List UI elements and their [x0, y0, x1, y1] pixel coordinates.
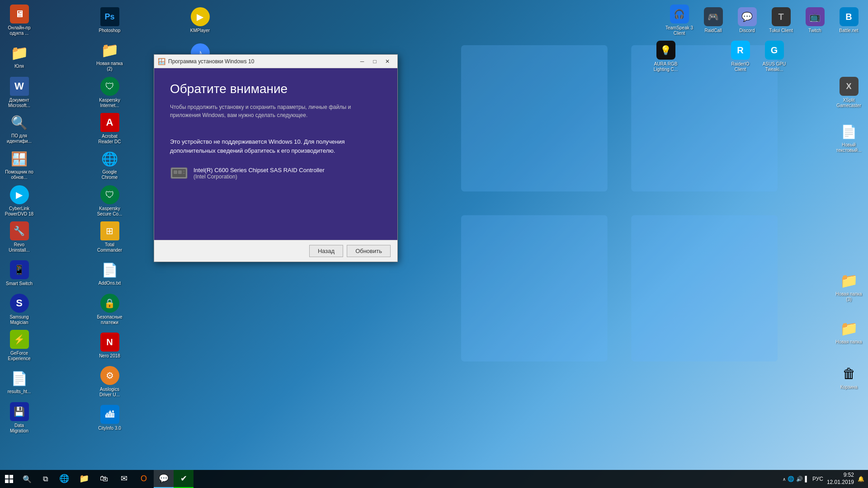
device-name: Intel(R) C600 Series Chipset SAS RAID Co… [193, 167, 325, 174]
tray-chevron[interactable]: ∧ [783, 477, 786, 482]
taskbar-active-app[interactable]: 💬 [154, 470, 174, 488]
taskbar-clock[interactable]: 9:52 12.01.2019 [827, 472, 854, 486]
taskbar-email-button[interactable]: ✉ [114, 470, 134, 488]
svg-rect-7 [178, 170, 182, 174]
taskbar-date: 12.01.2019 [827, 479, 854, 486]
svg-rect-8 [183, 170, 185, 172]
svg-rect-13 [9, 479, 13, 483]
device-text-info: Intel(R) C600 Series Chipset SAS RAID Co… [193, 167, 325, 180]
dialog-back-button[interactable]: Назад [309, 245, 343, 257]
system-tray: ∧ 🌐 🔊 ▌ [783, 476, 809, 482]
taskbar-taskview-button[interactable]: ⧉ [36, 470, 54, 488]
dialog-footer: Назад Обновить [154, 240, 397, 262]
tray-network-icon[interactable]: 🌐 [788, 476, 794, 482]
dialog-body: Обратите внимание Чтобы продолжить устан… [154, 68, 397, 240]
tray-notification-icon[interactable]: 🔔 [858, 476, 864, 482]
taskbar-left: 🔍 ⧉ 🌐 📁 🛍 ✉ O 💬 ✔ [0, 470, 193, 488]
dialog-minimize-button[interactable]: ─ [356, 56, 368, 67]
taskbar-edge-button[interactable]: 🌐 [54, 470, 74, 488]
svg-rect-11 [9, 475, 13, 479]
device-hardware-icon [170, 164, 188, 182]
dialog-overlay: 🪟 Программа установки Windows 10 ─ □ ✕ О… [0, 0, 868, 488]
windows10-setup-dialog: 🪟 Программа установки Windows 10 ─ □ ✕ О… [154, 54, 398, 262]
taskbar-right: ∧ 🌐 🔊 ▌ РУС 9:52 12.01.2019 🔔 [783, 472, 868, 486]
dialog-close-button[interactable]: ✕ [381, 56, 394, 67]
dialog-subtext: Чтобы продолжить установку и сохранить п… [170, 103, 382, 119]
taskbar-store-button[interactable]: 🛍 [94, 470, 114, 488]
taskbar-search-button[interactable]: 🔍 [18, 470, 36, 488]
device-company: (Intel Corporation) [193, 174, 325, 180]
taskbar: 🔍 ⧉ 🌐 📁 🛍 ✉ O 💬 ✔ ∧ 🌐 🔊 ▌ РУС 9:52 12.01 [0, 470, 868, 488]
svg-rect-12 [5, 479, 9, 483]
dialog-maximize-button[interactable]: □ [368, 56, 381, 67]
dialog-warning-text: Это устройство не поддерживается Windows… [170, 137, 382, 155]
taskbar-time: 9:52 [844, 472, 854, 479]
tray-battery-icon: ▌ [805, 476, 809, 482]
tray-volume-icon[interactable]: 🔊 [796, 476, 803, 482]
svg-rect-6 [174, 170, 177, 174]
desktop: 🖥 Онлайн-пр одукта ... 📁 Юля W Документ … [0, 0, 868, 488]
taskbar-opera-button[interactable]: O [134, 470, 154, 488]
dialog-window-controls: ─ □ ✕ [356, 56, 394, 67]
dialog-titlebar: 🪟 Программа установки Windows 10 ─ □ ✕ [154, 55, 397, 68]
dialog-device-info: Intel(R) C600 Series Chipset SAS RAID Co… [170, 164, 382, 182]
svg-rect-10 [5, 475, 9, 479]
dialog-update-button[interactable]: Обновить [347, 245, 391, 257]
taskbar-explorer-button[interactable]: 📁 [74, 470, 94, 488]
start-button[interactable] [0, 470, 18, 488]
taskbar-language[interactable]: РУС [812, 476, 823, 482]
dialog-heading: Обратите внимание [170, 82, 382, 96]
dialog-title-icon: 🪟 [158, 58, 165, 65]
svg-rect-9 [183, 173, 185, 174]
taskbar-green-button[interactable]: ✔ [174, 470, 193, 488]
dialog-title-text: Программа установки Windows 10 [168, 58, 356, 65]
